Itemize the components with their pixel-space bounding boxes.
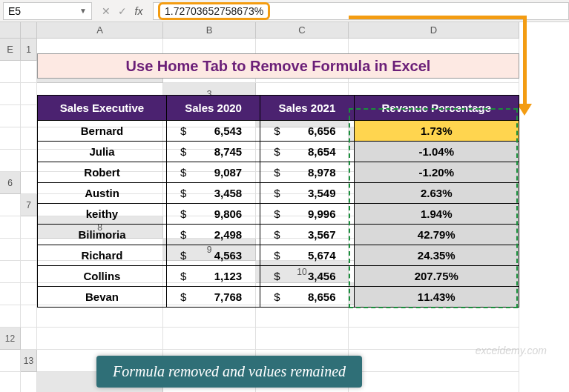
select-all-corner[interactable] (0, 22, 21, 39)
col-s20[interactable]: Sales 2020 (166, 96, 260, 121)
cell[interactable] (37, 305, 163, 328)
money-cell[interactable]: $3,458 (166, 183, 260, 204)
cell[interactable] (21, 105, 37, 127)
exec-cell[interactable]: Richard (38, 245, 167, 266)
cell[interactable] (21, 372, 37, 392)
cell[interactable] (21, 83, 37, 105)
col-header-A[interactable]: A (37, 22, 163, 39)
cell[interactable] (21, 261, 37, 283)
money-cell[interactable]: $9,806 (166, 204, 260, 225)
row-header-6[interactable]: 6 (0, 172, 21, 194)
cell[interactable] (0, 105, 21, 127)
cell[interactable] (0, 283, 21, 305)
money-value: 8,654 (308, 145, 336, 158)
col-rev[interactable]: Revenue Percentage (354, 96, 519, 121)
revenue-cell[interactable]: -1.04% (354, 142, 519, 162)
exec-cell[interactable]: keithy (38, 204, 167, 225)
cell[interactable] (0, 83, 21, 105)
exec-cell[interactable]: Robert (38, 162, 167, 183)
cell[interactable] (0, 127, 21, 150)
exec-cell[interactable]: Collins (38, 266, 167, 287)
cell[interactable] (21, 127, 37, 150)
col-header-C[interactable]: C (256, 22, 349, 39)
table-row: Collins$1,123$3,456207.75% (38, 266, 519, 287)
revenue-cell[interactable]: 2.63% (354, 183, 519, 204)
exec-cell[interactable]: Bevan (38, 287, 167, 308)
money-cell[interactable]: $9,996 (260, 204, 354, 225)
table-row: keithy$9,806$9,9961.94% (38, 204, 519, 225)
currency-symbol: $ (274, 290, 280, 303)
money-cell[interactable]: $9,087 (166, 162, 260, 183)
money-cell[interactable]: $3,549 (260, 183, 354, 204)
cell[interactable] (0, 350, 21, 372)
row-header-12[interactable]: 12 (0, 328, 21, 350)
cell[interactable] (21, 283, 37, 305)
money-cell[interactable]: $1,123 (166, 266, 260, 287)
cell[interactable] (349, 305, 519, 328)
cell[interactable] (0, 305, 21, 328)
exec-cell[interactable]: Bilimoria (38, 225, 167, 245)
cell[interactable] (21, 150, 37, 172)
cell[interactable] (21, 239, 37, 261)
revenue-cell[interactable]: 207.75% (354, 266, 519, 287)
currency-symbol: $ (180, 228, 186, 241)
cell[interactable] (0, 261, 21, 283)
col-header-D[interactable]: D (349, 22, 519, 39)
money-cell[interactable]: $4,563 (166, 245, 260, 266)
revenue-cell[interactable]: -1.20% (354, 162, 519, 183)
money-cell[interactable]: $5,674 (260, 245, 354, 266)
name-box[interactable]: E5 ▼ (3, 2, 92, 20)
money-cell[interactable]: $3,456 (260, 266, 354, 287)
cell[interactable] (0, 150, 21, 172)
col-exec[interactable]: Sales Executive (38, 96, 167, 121)
money-cell[interactable]: $6,656 (260, 121, 354, 142)
revenue-cell[interactable]: 1.94% (354, 204, 519, 225)
chevron-down-icon[interactable]: ▼ (79, 7, 87, 15)
row-header-13[interactable]: 13 (21, 350, 37, 372)
cell[interactable] (21, 305, 37, 328)
money-cell[interactable]: $7,768 (166, 287, 260, 308)
money-cell[interactable]: $8,745 (166, 142, 260, 162)
revenue-cell[interactable]: 42.79% (354, 225, 519, 245)
money-cell[interactable]: $2,498 (166, 225, 260, 245)
cell[interactable] (0, 216, 21, 239)
cancel-icon[interactable]: ✕ (98, 5, 114, 17)
cell[interactable] (0, 239, 21, 261)
cell[interactable] (0, 61, 21, 83)
revenue-cell[interactable]: 24.35% (354, 245, 519, 266)
cell[interactable] (0, 194, 21, 216)
currency-symbol: $ (180, 290, 186, 303)
cell[interactable] (163, 305, 256, 328)
cell[interactable] (21, 172, 37, 194)
money-cell[interactable]: $6,543 (166, 121, 260, 142)
cell[interactable] (256, 328, 349, 350)
col-s21[interactable]: Sales 2021 (260, 96, 354, 121)
fx-icon[interactable]: fx (131, 5, 147, 17)
cell[interactable] (21, 328, 37, 350)
table-row: Austin$3,458$3,5492.63% (38, 183, 519, 204)
exec-cell[interactable]: Bernard (38, 121, 167, 142)
cell[interactable] (349, 372, 519, 392)
row-header-1[interactable]: 1 (21, 39, 37, 61)
row-header-7[interactable]: 7 (21, 194, 37, 216)
col-header-B[interactable]: B (163, 22, 256, 39)
money-cell[interactable]: $8,656 (260, 287, 354, 308)
cell[interactable] (21, 61, 37, 83)
table-row: Bernard$6,543$6,6561.73% (38, 121, 519, 142)
cell[interactable] (37, 328, 163, 350)
currency-symbol: $ (180, 166, 186, 179)
exec-cell[interactable]: Austin (38, 183, 167, 204)
cell[interactable] (21, 216, 37, 239)
money-cell[interactable]: $3,567 (260, 225, 354, 245)
cell[interactable] (256, 305, 349, 328)
col-header-blank[interactable] (21, 22, 37, 39)
revenue-cell[interactable]: 11.43% (354, 287, 519, 308)
money-cell[interactable]: $8,654 (260, 142, 354, 162)
exec-cell[interactable]: Julia (38, 142, 167, 162)
col-header-E[interactable]: E (0, 39, 21, 61)
revenue-cell-active[interactable]: 1.73% (354, 121, 519, 142)
money-cell[interactable]: $8,978 (260, 162, 354, 183)
accept-icon[interactable]: ✓ (114, 5, 131, 17)
cell[interactable] (163, 328, 256, 350)
cell[interactable] (0, 372, 21, 392)
